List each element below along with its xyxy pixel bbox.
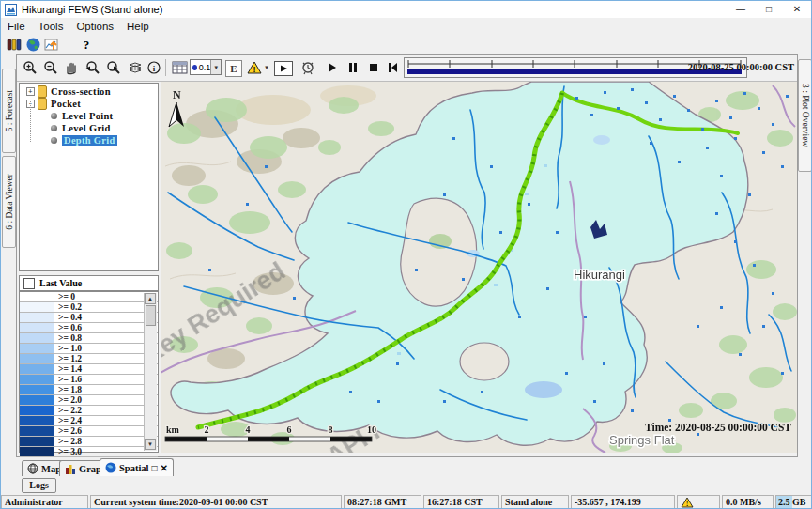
zoom-next-icon[interactable]: [103, 58, 122, 77]
tree-connector: [30, 100, 32, 142]
map-toolbar: i 0.1 ▼ E ! ▼: [17, 55, 797, 82]
zoom-previous-icon[interactable]: [83, 58, 101, 77]
legend-row[interactable]: >= 2.4: [20, 416, 158, 426]
pan-hand-icon[interactable]: [62, 58, 81, 77]
tree-item-cross-section[interactable]: + Cross-section: [20, 85, 158, 98]
menu-tools[interactable]: Tools: [32, 21, 70, 32]
status-transfer-rate: 0.0 MB/s: [722, 495, 774, 509]
status-bar: Administrator Current system time:2020-0…: [1, 495, 811, 509]
place-label: Springs Flat: [609, 433, 675, 447]
play-icon[interactable]: [323, 58, 342, 77]
menu-help[interactable]: Help: [120, 21, 156, 32]
legend-row[interactable]: >= 0: [20, 292, 158, 302]
animation-settings-icon[interactable]: [299, 58, 317, 77]
legend-swatch: [20, 354, 54, 363]
zoom-out-icon[interactable]: [41, 58, 60, 77]
status-gmt-time: 08:27:18 GMT: [344, 495, 421, 509]
legend-row[interactable]: >= 1.2: [20, 354, 158, 364]
menu-options[interactable]: Options: [69, 21, 120, 32]
map-canvas[interactable]: API Key Required API Key Required: [161, 82, 797, 453]
database-icon[interactable]: [5, 37, 23, 54]
chevron-down-icon[interactable]: ▼: [262, 58, 271, 77]
svg-text:6: 6: [287, 424, 292, 435]
menu-file[interactable]: File: [1, 21, 32, 32]
last-value-label: Last Value: [39, 278, 82, 288]
class-break-select[interactable]: 0.1 ▼: [190, 59, 222, 75]
tree-item-pocket[interactable]: - Pocket: [20, 98, 158, 110]
expand-icon[interactable]: +: [26, 87, 35, 96]
display-groups-icon[interactable]: [42, 37, 61, 54]
legend-header: Last Value: [19, 275, 159, 291]
legend-swatch: [20, 416, 54, 425]
map-time-label: Time: 2020-08-25 00:00:00 CST: [645, 422, 791, 433]
tree-item-level-point[interactable]: Level Point: [20, 110, 158, 122]
legend-row[interactable]: >= 3.0: [20, 447, 158, 457]
labels-toggle-icon[interactable]: E: [225, 60, 242, 77]
svg-text:8: 8: [329, 424, 333, 435]
main-toolbar: ?: [1, 34, 811, 55]
svg-text:4: 4: [246, 424, 251, 435]
last-value-checkbox[interactable]: [23, 278, 35, 289]
toolbar-separator: [69, 38, 69, 53]
timeline-date: 2020-08-25 00:00:00 CST: [688, 62, 794, 72]
class-break-dot-icon: [192, 65, 197, 70]
scroll-down-icon[interactable]: ▼: [145, 439, 156, 450]
legend-row[interactable]: >= 2.6: [20, 426, 158, 437]
tab-plot-overview[interactable]: 3 : Plot Overview: [798, 59, 812, 172]
tree-item-level-grid[interactable]: Level Grid: [20, 122, 158, 134]
legend-row[interactable]: >= 1.6: [20, 375, 158, 385]
layers-icon[interactable]: [126, 58, 145, 77]
legend-swatch: [20, 313, 54, 322]
minimize-button[interactable]: —: [727, 1, 755, 18]
legend-row[interactable]: >= 1.4: [20, 364, 158, 375]
tab-data-viewer[interactable]: 6 : Data Viewer: [2, 156, 16, 248]
legend-swatch: [20, 447, 54, 456]
map-globe-icon[interactable]: [23, 37, 42, 54]
pause-icon[interactable]: [344, 58, 362, 77]
tab-close-icon[interactable]: ✕: [161, 463, 168, 473]
legend-row[interactable]: >= 0.4: [20, 313, 158, 323]
legend-row[interactable]: >= 2.8: [20, 437, 158, 447]
warning-icon: !: [681, 497, 694, 508]
info-icon[interactable]: i: [145, 58, 163, 77]
svg-text:!: !: [686, 500, 689, 508]
stop-icon[interactable]: [364, 58, 383, 77]
tab-forecast[interactable]: 5 : Forecast: [2, 69, 16, 153]
bar-chart-icon: [65, 463, 76, 474]
menu-bar: File Tools Options Help: [1, 18, 811, 34]
help-icon[interactable]: ?: [77, 37, 96, 54]
zoom-in-icon[interactable]: [21, 58, 39, 77]
layers-tree: + Cross-section - Pocket Level Point Lev…: [19, 83, 159, 271]
legend-swatch: [20, 426, 54, 436]
legend-swatch: [20, 375, 54, 384]
legend-scrollbar[interactable]: ▲ ▼: [144, 293, 157, 451]
tree-item-depth-grid[interactable]: Depth Grid: [20, 134, 158, 147]
status-memory: 2.5 GB: [775, 495, 812, 509]
legend-row[interactable]: >= 1.0: [20, 344, 158, 354]
scroll-thumb[interactable]: [146, 305, 156, 326]
legend-row[interactable]: >= 0.6: [20, 323, 158, 333]
close-button[interactable]: ✕: [783, 1, 811, 18]
legend-row[interactable]: >= 0.2: [20, 302, 158, 313]
legend-row[interactable]: >= 1.8: [20, 385, 158, 395]
toolbar-separator: [165, 59, 166, 76]
chevron-down-icon[interactable]: ▼: [210, 60, 221, 74]
scroll-up-icon[interactable]: ▲: [145, 293, 156, 304]
legend-swatch: [20, 292, 54, 301]
legend-row[interactable]: >= 0.8: [20, 333, 158, 344]
legend-row[interactable]: >= 2.2: [20, 406, 158, 416]
status-system-time: Current system time:2020-09-01 00:00 CST: [90, 495, 342, 509]
town-label: Hikurangi: [574, 268, 625, 282]
node-bullet-icon: [51, 113, 57, 119]
svg-text:2: 2: [205, 424, 209, 435]
status-warning-cell[interactable]: !: [677, 495, 720, 509]
status-coordinates: -35.657 , 174.199: [571, 495, 675, 509]
animation-export-icon[interactable]: [274, 61, 293, 76]
tab-spatial[interactable]: Spatial □ ✕: [100, 458, 174, 476]
globe-icon: [105, 462, 116, 473]
legend-row[interactable]: >= 2.0: [20, 395, 158, 406]
logs-button[interactable]: Logs: [22, 478, 56, 493]
maximize-button[interactable]: □: [755, 1, 783, 18]
grid-display-icon[interactable]: [170, 58, 189, 77]
tab-maximize-icon[interactable]: □: [152, 463, 158, 473]
